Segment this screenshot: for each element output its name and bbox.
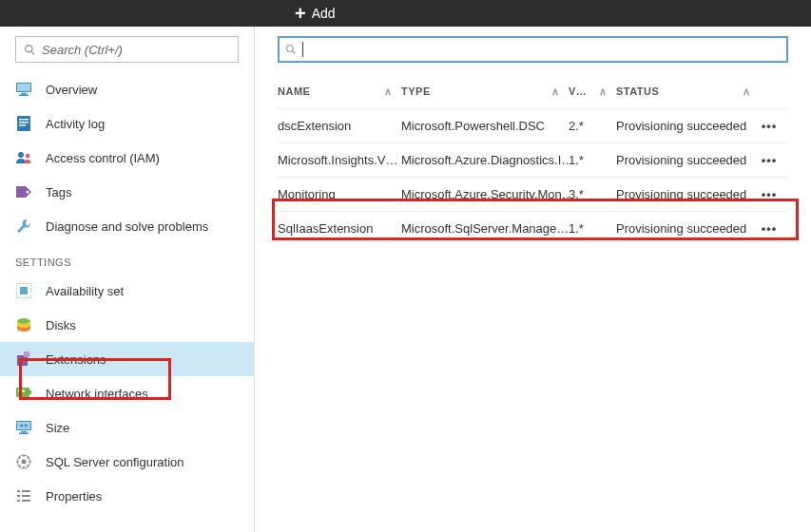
text-cursor (302, 42, 303, 57)
cell-status: Provisioning succeeded (616, 119, 760, 133)
cell-type: Microsoft.Powershell.DSC (401, 119, 569, 133)
size-icon (15, 419, 32, 436)
row-actions-button[interactable]: ••• (762, 153, 778, 167)
sidebar-item-diagnose[interactable]: Diagnose and solve problems (0, 209, 254, 243)
svg-rect-6 (17, 116, 30, 131)
col-header-type[interactable]: TYPE∧ (401, 86, 569, 98)
svg-rect-3 (17, 84, 30, 91)
table-row[interactable]: Microsoft.Insights.V… Microsoft.Azure.Di… (278, 142, 788, 177)
sidebar-item-tags[interactable]: Tags (0, 175, 254, 209)
sql-icon (15, 453, 32, 470)
svg-rect-14 (20, 287, 28, 294)
search-placeholder: Search (Ctrl+/) (42, 43, 123, 57)
cell-name: Monitoring (278, 187, 401, 201)
svg-rect-30 (17, 495, 20, 497)
svg-point-34 (287, 46, 294, 52)
cell-name: dscExtension (278, 119, 401, 133)
cell-version: 3.* (569, 187, 616, 201)
svg-line-1 (31, 51, 34, 54)
cell-version: 1.* (569, 153, 616, 167)
cell-status: Provisioning succeeded (616, 187, 760, 201)
chevron-up-icon: ∧ (551, 86, 560, 98)
row-actions-button[interactable]: ••• (762, 119, 778, 133)
cell-version: 1.* (569, 221, 616, 236)
sidebar-item-sql-config[interactable]: SQL Server configuration (0, 445, 254, 479)
svg-rect-17 (24, 352, 29, 357)
availability-icon (15, 282, 32, 299)
cell-type: Microsoft.SqlServer.Manage… (401, 221, 569, 236)
svg-rect-28 (17, 490, 20, 492)
disks-icon (15, 316, 32, 333)
search-icon (24, 44, 36, 56)
sidebar-item-label: Overview (46, 83, 97, 97)
extensions-table: NAME∧ TYPE∧ V…∧ STATUS∧ dscExtension Mic… (278, 74, 788, 245)
svg-rect-9 (19, 124, 26, 126)
add-button[interactable]: Add (312, 6, 336, 21)
wrench-icon (15, 218, 32, 235)
sidebar-item-label: Extensions (46, 352, 106, 367)
col-header-name[interactable]: NAME∧ (278, 86, 401, 98)
chevron-up-icon: ∧ (599, 86, 608, 98)
sidebar-item-properties[interactable]: Properties (0, 479, 254, 513)
sidebar-search[interactable]: Search (Ctrl+/) (15, 36, 239, 63)
sidebar-item-label: Access control (IAM) (46, 151, 160, 165)
cell-status: Provisioning succeeded (616, 153, 760, 167)
svg-line-35 (293, 51, 296, 54)
svg-rect-29 (22, 490, 30, 492)
table-row[interactable]: Monitoring Microsoft.Azure.Security.Mon…… (278, 177, 788, 211)
svg-point-27 (22, 460, 27, 465)
svg-rect-21 (29, 390, 31, 394)
nic-icon (15, 385, 32, 402)
extension-icon (15, 351, 32, 368)
monitor-icon (15, 81, 32, 98)
svg-rect-20 (22, 390, 25, 392)
sidebar-item-label: Diagnose and solve problems (46, 219, 208, 234)
svg-rect-33 (22, 500, 30, 502)
sidebar-item-availability-set[interactable]: Availability set (0, 274, 254, 308)
sidebar-item-label: Size (46, 421, 69, 435)
svg-rect-4 (21, 93, 27, 95)
search-icon (285, 44, 297, 55)
svg-rect-31 (22, 495, 30, 497)
sidebar-item-extensions[interactable]: Extensions (0, 342, 254, 376)
table-row[interactable]: dscExtension Microsoft.Powershell.DSC 2.… (278, 108, 788, 142)
nav-list: Overview Activity log Access control (IA… (0, 72, 254, 532)
svg-point-0 (26, 45, 32, 51)
sidebar-item-label: Disks (46, 318, 76, 332)
row-actions-button[interactable]: ••• (762, 187, 778, 201)
sidebar-item-label: Tags (46, 185, 71, 200)
command-bar: + Add (0, 0, 811, 27)
svg-rect-8 (19, 122, 29, 124)
sidebar-item-disks[interactable]: Disks (0, 308, 254, 342)
sidebar-item-network-interfaces[interactable]: Network interfaces (0, 376, 254, 410)
sidebar-item-label: Properties (46, 489, 102, 504)
sidebar-item-label: Availability set (46, 284, 124, 298)
table-row[interactable]: SqlIaasExtension Microsoft.SqlServer.Man… (278, 211, 788, 245)
svg-rect-24 (21, 431, 27, 433)
properties-icon (15, 487, 32, 504)
sidebar-item-activity-log[interactable]: Activity log (0, 106, 254, 141)
cell-status: Provisioning succeeded (616, 221, 760, 236)
sidebar: Search (Ctrl+/) Overview Activity log Ac… (0, 27, 255, 532)
svg-rect-7 (19, 119, 29, 121)
sidebar-item-label: SQL Server configuration (46, 455, 183, 469)
col-header-status[interactable]: STATUS∧ (616, 86, 760, 98)
people-icon (15, 149, 32, 166)
sidebar-item-size[interactable]: Size (0, 410, 254, 445)
filter-input[interactable] (278, 36, 788, 63)
sidebar-item-overview[interactable]: Overview (0, 72, 254, 106)
svg-point-15 (17, 318, 30, 324)
cell-name: Microsoft.Insights.V… (278, 153, 401, 167)
row-actions-button[interactable]: ••• (762, 221, 778, 236)
svg-rect-32 (17, 500, 20, 502)
svg-point-10 (18, 152, 24, 158)
sidebar-item-label: Network interfaces (46, 387, 148, 401)
sidebar-item-access-control[interactable]: Access control (IAM) (0, 141, 254, 175)
col-header-version[interactable]: V…∧ (569, 86, 616, 98)
svg-rect-19 (18, 390, 21, 392)
cell-version: 2.* (569, 119, 616, 133)
tag-icon (15, 183, 32, 200)
svg-rect-5 (19, 95, 29, 97)
svg-point-12 (27, 191, 29, 194)
sidebar-item-label: Activity log (46, 117, 105, 131)
